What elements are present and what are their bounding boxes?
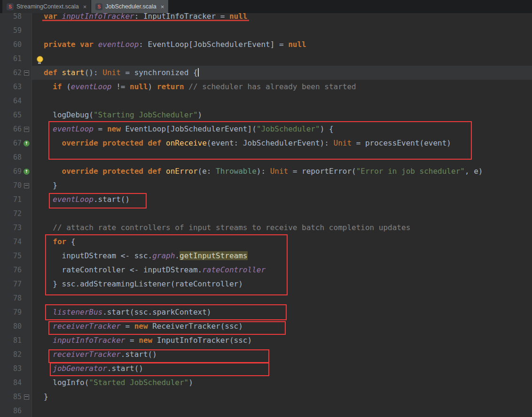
code-line[interactable]: 82 receiverTracker.start() bbox=[0, 348, 532, 362]
code-text: } bbox=[32, 178, 532, 193]
text-caret bbox=[198, 68, 199, 77]
line-number: 75 bbox=[0, 249, 22, 263]
code-text: inputDStream <- ssc.graph.getInputStream… bbox=[32, 249, 532, 263]
code-line[interactable]: 60private var eventLoop: EventLoop[JobSc… bbox=[0, 38, 532, 52]
code-line[interactable]: 81 inputInfoTracker = new InputInfoTrack… bbox=[0, 333, 532, 348]
line-number: 66 bbox=[0, 122, 22, 136]
code-text: override protected def onReceive(event: … bbox=[32, 136, 532, 150]
code-line[interactable]: 66 eventLoop = new EventLoop[JobSchedule… bbox=[0, 122, 532, 136]
code-line[interactable]: 83 jobGenerator.start() bbox=[0, 362, 532, 376]
code-text: for { bbox=[32, 235, 532, 249]
gutter-fold-column bbox=[22, 150, 32, 164]
line-number: 65 bbox=[0, 108, 22, 122]
code-line[interactable]: 80 receiverTracker = new ReceiverTracker… bbox=[0, 319, 532, 333]
code-text bbox=[32, 23, 532, 38]
code-text bbox=[32, 207, 532, 221]
gutter-fold-column bbox=[22, 235, 32, 249]
line-number: 84 bbox=[0, 376, 22, 390]
line-number: 74 bbox=[0, 235, 22, 249]
code-line[interactable]: 67↑ override protected def onReceive(eve… bbox=[0, 136, 532, 150]
scala-file-icon: S bbox=[95, 3, 102, 10]
gutter-fold-column bbox=[22, 80, 32, 94]
gutter-fold-column bbox=[22, 291, 32, 305]
line-number: 78 bbox=[0, 291, 22, 305]
line-number: 76 bbox=[0, 263, 22, 277]
gutter-fold-column bbox=[22, 38, 32, 52]
gutter-fold-column bbox=[22, 404, 32, 417]
code-line[interactable]: 65 logDebug("Starting JobScheduler") bbox=[0, 108, 532, 122]
code-line[interactable]: 62def start(): Unit = synchronized { bbox=[0, 66, 532, 80]
code-text: rateController <- inputDStream.rateContr… bbox=[32, 263, 532, 277]
close-tab-icon[interactable]: × bbox=[161, 3, 164, 10]
code-line[interactable]: 70 } bbox=[0, 178, 532, 193]
line-number: 70 bbox=[0, 178, 22, 193]
fold-marker-icon[interactable] bbox=[24, 183, 29, 188]
gutter-fold-column bbox=[22, 221, 32, 235]
line-number: 77 bbox=[0, 277, 22, 291]
code-line[interactable]: 84 logInfo("Started JobScheduler") bbox=[0, 376, 532, 390]
code-line[interactable]: 72 bbox=[0, 207, 532, 221]
line-number: 85 bbox=[0, 390, 22, 404]
gutter-fold-column bbox=[22, 348, 32, 362]
gutter-fold-column bbox=[22, 390, 32, 404]
line-number: 81 bbox=[0, 333, 22, 348]
line-number: 61 bbox=[0, 52, 22, 66]
gutter-fold-column bbox=[22, 52, 32, 66]
line-number: 80 bbox=[0, 319, 22, 333]
code-line[interactable]: 76 rateController <- inputDStream.rateCo… bbox=[0, 263, 532, 277]
tab-streamingcontext[interactable]: S StreamingContext.scala × bbox=[2, 0, 91, 13]
code-line[interactable]: 63 if (eventLoop != null) return // sche… bbox=[0, 80, 532, 94]
code-text: def start(): Unit = synchronized { bbox=[32, 66, 532, 80]
intention-bulb-icon[interactable] bbox=[37, 56, 43, 62]
override-method-icon[interactable]: ↑ bbox=[23, 140, 30, 147]
code-editor[interactable]: 58var inputInfoTracker: InputInfoTracker… bbox=[0, 13, 532, 417]
code-line[interactable]: 73 // attach rate controllers of input s… bbox=[0, 221, 532, 235]
fold-marker-icon[interactable] bbox=[24, 127, 29, 132]
gutter-fold-column bbox=[22, 319, 32, 333]
code-text bbox=[32, 404, 532, 417]
line-number: 64 bbox=[0, 94, 22, 108]
code-text: } ssc.addStreamingListener(rateControlle… bbox=[32, 277, 532, 291]
code-text: override protected def onError(e: Throwa… bbox=[32, 164, 532, 178]
line-number: 59 bbox=[0, 23, 22, 38]
code-text: logDebug("Starting JobScheduler") bbox=[32, 108, 532, 122]
gutter-fold-column bbox=[22, 66, 32, 80]
line-number: 71 bbox=[0, 193, 22, 207]
code-line[interactable]: 78 bbox=[0, 291, 532, 305]
gutter-fold-column bbox=[22, 178, 32, 193]
fold-marker-icon[interactable] bbox=[24, 70, 29, 76]
code-line[interactable]: 61 bbox=[0, 52, 532, 66]
ide-window: { "tabs": [ {"label": "StreamingContext.… bbox=[0, 0, 532, 417]
close-tab-icon[interactable]: × bbox=[83, 3, 87, 10]
tab-jobscheduler[interactable]: S JobScheduler.scala × bbox=[91, 0, 169, 13]
code-line[interactable]: 59 bbox=[0, 23, 532, 38]
override-method-icon[interactable]: ↑ bbox=[23, 169, 30, 175]
code-text: eventLoop.start() bbox=[32, 193, 532, 207]
tab-label: JobScheduler.scala bbox=[105, 3, 156, 10]
code-line[interactable]: 86 bbox=[0, 404, 532, 417]
code-line[interactable]: 71 eventLoop.start() bbox=[0, 193, 532, 207]
line-number: 63 bbox=[0, 80, 22, 94]
code-line[interactable]: 58var inputInfoTracker: InputInfoTracker… bbox=[0, 13, 532, 23]
code-text: receiverTracker = new ReceiverTracker(ss… bbox=[32, 319, 532, 333]
code-line[interactable]: 75 inputDStream <- ssc.graph.getInputStr… bbox=[0, 249, 532, 263]
editor-tab-bar: S StreamingContext.scala × S JobSchedule… bbox=[0, 0, 532, 13]
code-line[interactable]: 69↑ override protected def onError(e: Th… bbox=[0, 164, 532, 178]
gutter-fold-column bbox=[22, 376, 32, 390]
code-text: eventLoop = new EventLoop[JobSchedulerEv… bbox=[32, 122, 532, 136]
gutter-fold-column bbox=[22, 23, 32, 38]
line-number: 58 bbox=[0, 13, 22, 23]
code-text: jobGenerator.start() bbox=[32, 362, 532, 376]
code-line[interactable]: 64 bbox=[0, 94, 532, 108]
gutter-fold-column bbox=[22, 263, 32, 277]
code-line[interactable]: 85} bbox=[0, 390, 532, 404]
code-line[interactable]: 77 } ssc.addStreamingListener(rateContro… bbox=[0, 277, 532, 291]
code-text: if (eventLoop != null) return // schedul… bbox=[32, 80, 532, 94]
code-line[interactable]: 68 bbox=[0, 150, 532, 164]
code-text: } bbox=[32, 390, 532, 404]
code-text: logInfo("Started JobScheduler") bbox=[32, 376, 532, 390]
fold-marker-icon[interactable] bbox=[24, 394, 29, 400]
code-line[interactable]: 74 for { bbox=[0, 235, 532, 249]
gutter-fold-column bbox=[22, 277, 32, 291]
code-line[interactable]: 79 listenerBus.start(ssc.sparkContext) bbox=[0, 305, 532, 319]
